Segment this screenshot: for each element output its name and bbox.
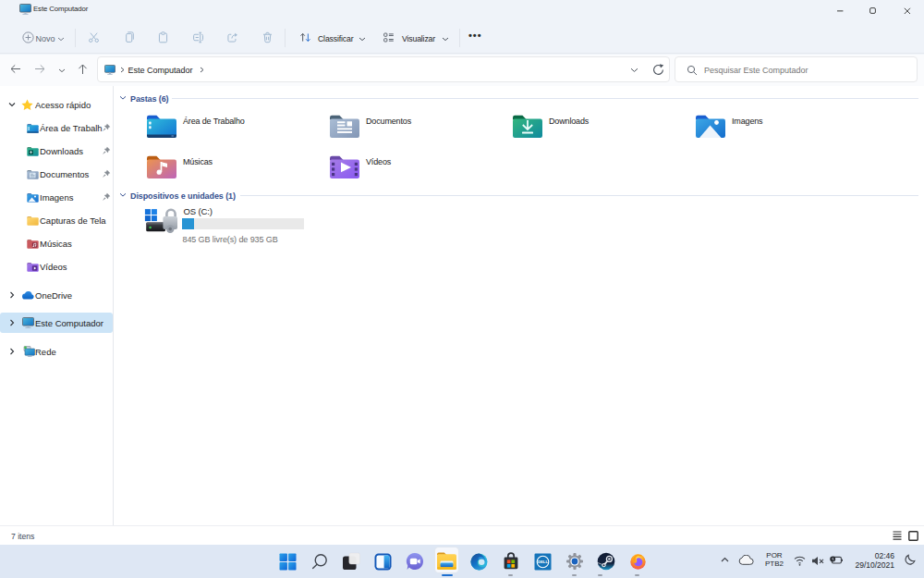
svg-text:DELL: DELL bbox=[538, 560, 548, 564]
